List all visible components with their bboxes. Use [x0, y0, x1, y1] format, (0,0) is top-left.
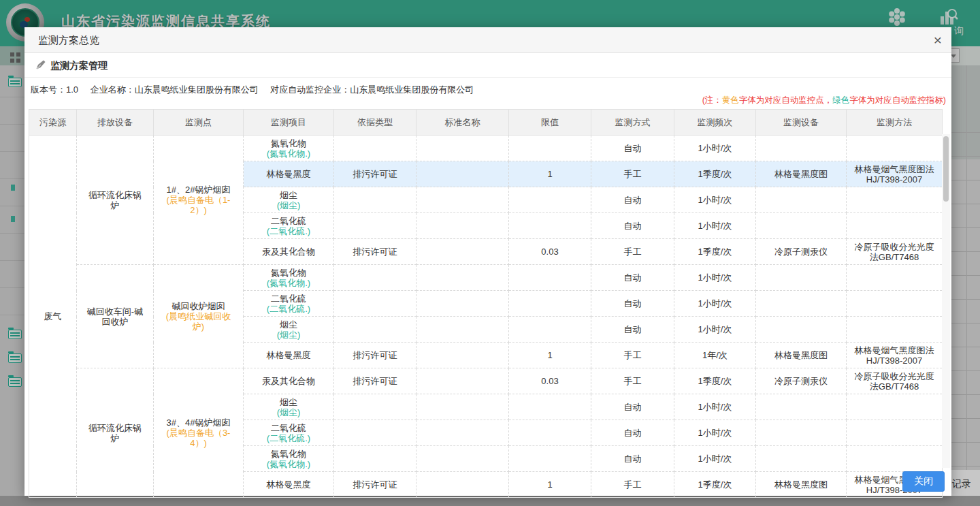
modal-title: 监测方案总览 [38, 27, 99, 53]
column-header: 监测方法 [847, 110, 943, 136]
table-row[interactable]: 废气循环流化床锅炉1#、2#锅炉烟囱(晨鸣自备电（1-2）)氮氧化物(氮氧化物.… [29, 136, 943, 161]
cell-limit [509, 136, 591, 161]
cell-item: 汞及其化合物 [244, 239, 334, 265]
cell-basis: 排污许可证 [334, 368, 416, 394]
cell-limit [509, 291, 591, 317]
column-header: 监测设备 [756, 110, 847, 136]
legend-note: (注：黄色字体为对应自动监控点，绿色字体为对应自动监控指标) [702, 95, 946, 106]
company-value: 山东晨鸣纸业集团股份有限公司 [135, 84, 259, 95]
cell-frequency: 1小时/次 [674, 394, 756, 420]
cell-basis [334, 317, 416, 343]
note-part: (注： [702, 95, 722, 105]
cell-equipment [756, 213, 847, 239]
cell-basis [334, 394, 416, 420]
cell-standard [416, 239, 509, 265]
table-row[interactable]: 循环流化床锅炉3#、4#锅炉烟囱(晨鸣自备电（3-4）)汞及其化合物排污许可证0… [29, 368, 943, 394]
auto-company-value: 山东晨鸣纸业集团股份有限公司 [350, 84, 474, 95]
cell-basis [334, 213, 416, 239]
monitoring-plan-modal: 监测方案总览 × 监测方案管理 版本号：1.0 企业名称：山东晨鸣纸业集团股份有… [24, 27, 951, 496]
column-header: 排放设备 [77, 110, 154, 136]
cell-equipment: 冷原子测汞仪 [756, 239, 847, 265]
cell-device: 碱回收车间-碱回收炉 [77, 265, 154, 368]
cell-method: 手工 [591, 368, 674, 394]
cell-standard [416, 368, 509, 394]
cell-frequency: 1小时/次 [674, 420, 756, 446]
scrollbar-thumb[interactable] [943, 136, 949, 202]
cell-method: 自动 [591, 317, 674, 343]
cell-method-name [847, 213, 943, 239]
cell-pollution-source: 废气 [29, 136, 77, 498]
column-header: 监测项目 [244, 110, 334, 136]
column-header: 标准名称 [416, 110, 509, 136]
cell-method: 自动 [591, 187, 674, 213]
cell-item: 林格曼黑度 [244, 343, 334, 368]
cell-item: 烟尘(烟尘) [244, 394, 334, 420]
cell-method: 手工 [591, 343, 674, 368]
monitoring-table: 污染源排放设备监测点监测项目依据类型标准名称限值监测方式监测频次监测设备监测方法… [29, 109, 943, 498]
cell-equipment [756, 136, 847, 161]
cell-standard [416, 161, 509, 187]
cell-limit: 1 [509, 161, 591, 187]
cell-frequency: 1年/次 [674, 343, 756, 368]
cell-item: 氮氧化物(氮氧化物.) [244, 136, 334, 161]
cell-limit [509, 213, 591, 239]
cell-item: 烟尘(烟尘) [244, 187, 334, 213]
column-header: 依据类型 [334, 110, 416, 136]
cell-equipment [756, 394, 847, 420]
version-label: 版本号： [31, 84, 66, 95]
cell-basis: 排污许可证 [334, 239, 416, 265]
cell-method-name: 冷原子吸收分光光度法GB/T7468 [847, 239, 943, 265]
cell-standard [416, 420, 509, 446]
cell-equipment [756, 265, 847, 291]
modal-close-button[interactable]: × [934, 31, 942, 49]
cell-basis [334, 136, 416, 161]
cell-limit [509, 317, 591, 343]
cell-basis [334, 265, 416, 291]
cell-method-name: 冷原子吸收分光光度法GB/T7468 [847, 368, 943, 394]
cell-item: 烟尘(烟尘) [244, 317, 334, 343]
cell-basis [334, 291, 416, 317]
column-header: 监测频次 [674, 110, 756, 136]
cell-item: 林格曼黑度 [244, 161, 334, 187]
cell-standard [416, 343, 509, 368]
cell-standard [416, 187, 509, 213]
cell-equipment [756, 420, 847, 446]
column-header: 限值 [509, 110, 591, 136]
column-header: 污染源 [29, 110, 77, 136]
cell-limit: 0.03 [509, 368, 591, 394]
cell-frequency: 1季度/次 [674, 161, 756, 187]
note-yellow: 黄色 [722, 95, 739, 105]
column-header: 监测方式 [591, 110, 674, 136]
cell-standard [416, 136, 509, 161]
screen: 山东省污染源监测信息共享系统 询 记录 监测方案总 [0, 0, 980, 506]
company-label: 企业名称： [91, 84, 135, 95]
cell-monitoring-point: 碱回收炉烟囱(晨鸣纸业碱回收炉) [154, 265, 244, 368]
section-title: 监测方案管理 [50, 53, 108, 78]
cell-method: 自动 [591, 394, 674, 420]
cell-method: 自动 [591, 265, 674, 291]
cell-frequency: 1小时/次 [674, 213, 756, 239]
cell-limit [509, 420, 591, 446]
note-part: 字体为对应自动监控点， [739, 95, 833, 105]
table-container: 污染源排放设备监测点监测项目依据类型标准名称限值监测方式监测频次监测设备监测方法… [29, 109, 950, 468]
scrollbar-track[interactable] [942, 134, 950, 468]
cell-basis [334, 420, 416, 446]
plan-info: 版本号：1.0 企业名称：山东晨鸣纸业集团股份有限公司 对应自动监控企业：山东晨… [31, 84, 474, 96]
cell-method-name [847, 187, 943, 213]
note-part: 字体为对应自动监控指标) [849, 95, 946, 105]
cell-limit [509, 187, 591, 213]
cell-item: 汞及其化合物 [244, 368, 334, 394]
pen-icon [35, 59, 46, 74]
cell-limit: 0.03 [509, 239, 591, 265]
table-row[interactable]: 碱回收车间-碱回收炉碱回收炉烟囱(晨鸣纸业碱回收炉)氮氧化物(氮氧化物.)自动1… [29, 265, 943, 291]
cell-method-name [847, 394, 943, 420]
cell-item: 氮氧化物(氮氧化物.) [244, 265, 334, 291]
cell-equipment: 冷原子测汞仪 [756, 368, 847, 394]
close-button[interactable]: 关闭 [902, 471, 945, 492]
cell-method: 自动 [591, 420, 674, 446]
cell-equipment: 林格曼黑度图 [756, 343, 847, 368]
cell-standard [416, 394, 509, 420]
cell-method: 手工 [591, 239, 674, 265]
cell-method-name [847, 291, 943, 317]
cell-method: 自动 [591, 136, 674, 161]
